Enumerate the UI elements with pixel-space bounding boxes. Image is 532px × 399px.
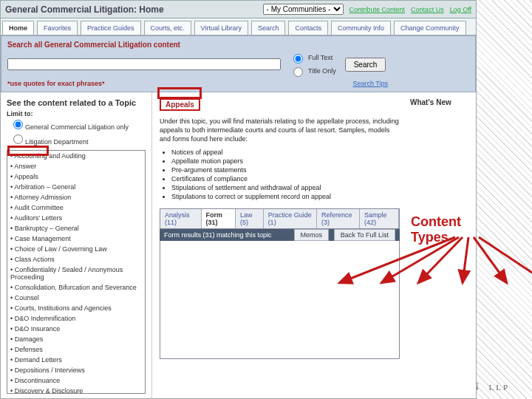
topic-item[interactable]: • Bankruptcy – General <box>7 223 145 233</box>
bullet-item: Certificates of compliance <box>171 174 400 183</box>
title-bar: General Commercial Litigation: Home - My… <box>1 1 476 18</box>
tab-home[interactable]: Home <box>2 21 34 35</box>
topic-bullets: Notices of appealAppellate motion papers… <box>160 148 400 201</box>
topic-item[interactable]: • Arbitration – General <box>7 182 145 192</box>
topic-item[interactable]: • Answer <box>7 161 145 171</box>
search-tips-link[interactable]: Search Tips <box>352 80 388 87</box>
limit-opt-1[interactable]: General Commercial Litigation only <box>10 117 129 131</box>
tab-practice-guides[interactable]: Practice Guides <box>81 21 141 35</box>
search-input[interactable] <box>7 58 281 70</box>
topic-item[interactable]: • Choice of Law / Governing Law <box>7 244 145 254</box>
bullet-item: Stipulations of settlement and withdrawa… <box>171 183 400 192</box>
topic-item[interactable]: • D&O Indemnification <box>7 313 145 324</box>
content-type-tab[interactable]: Analysis (11) <box>160 209 202 228</box>
content-type-tab[interactable]: Practice Guide (1) <box>264 209 317 228</box>
search-title: Search all General Commercial Litigation… <box>7 41 469 49</box>
radio-titleonly[interactable]: Title Only <box>290 65 336 77</box>
topic-item[interactable]: • Appeals <box>7 171 145 182</box>
topic-item[interactable]: • Auditors' Letters <box>7 213 145 223</box>
topic-item[interactable]: • Discontinuance <box>7 375 145 386</box>
topic-item[interactable]: • Confidentiality / Sealed / Anonymous P… <box>7 265 145 282</box>
memos-button[interactable]: Memos <box>294 229 330 241</box>
topic-item[interactable]: • Consolidation, Bifurcation and Severan… <box>7 282 145 293</box>
bullet-item: Notices of appeal <box>171 148 400 157</box>
logoff-link[interactable]: Log Off <box>450 6 471 13</box>
limit-block: Limit to: General Commercial Litigation … <box>7 110 147 146</box>
topic-item[interactable]: • Defenses <box>7 344 145 355</box>
limit-opt-2[interactable]: Litigation Department <box>10 132 129 146</box>
main-tabs: Home Favorites Practice Guides Courts, e… <box>1 18 476 35</box>
topic-item[interactable]: • Damages <box>7 334 145 344</box>
community-select[interactable]: - My Communities - <box>263 4 344 15</box>
topic-item[interactable]: • Attorney Admission <box>7 192 145 202</box>
bullet-item: Pre-argument statements <box>171 166 400 174</box>
topic-item[interactable]: • Counsel <box>7 293 145 303</box>
topic-item[interactable]: • Case Management <box>7 233 145 244</box>
tab-community-info[interactable]: Community Info <box>331 21 391 35</box>
search-button[interactable]: Search <box>345 58 386 72</box>
tab-courts[interactable]: Courts, etc. <box>144 21 191 35</box>
content-type-tab[interactable]: Form (31) <box>202 209 236 228</box>
bullet-item: Appellate motion papers <box>171 157 400 166</box>
radio-fulltext[interactable]: Full Text <box>290 52 336 64</box>
tab-search[interactable]: Search <box>251 21 286 35</box>
content-type-tab[interactable]: Law (5) <box>236 209 264 228</box>
page-title: General Commercial Litigation: Home <box>5 4 164 15</box>
results-pane[interactable] <box>160 241 400 359</box>
topic-item[interactable]: • Class Actions <box>7 254 145 265</box>
results-toolbar: Form results (31) matching this topic Me… <box>160 229 400 241</box>
tab-contacts[interactable]: Contacts <box>288 21 328 35</box>
contribute-link[interactable]: Contribute Content <box>349 6 406 13</box>
back-to-full-list-button[interactable]: Back To Full List <box>334 229 395 241</box>
topic-item[interactable]: • D&O Insurance <box>7 324 145 334</box>
whats-new-heading: What's New <box>410 98 471 106</box>
topic-heading: Appeals <box>160 98 200 111</box>
topic-item[interactable]: • Demand Letters <box>7 355 145 365</box>
topic-item[interactable]: • Courts, Institutions and Agencies <box>7 303 145 313</box>
contact-link[interactable]: Contact Us <box>411 6 444 13</box>
bullet-item: Stipulations to correct or supplement re… <box>171 192 400 201</box>
content-type-tab[interactable]: Sample (42) <box>360 209 399 228</box>
tab-change-community[interactable]: Change Community <box>394 21 466 35</box>
topic-item[interactable]: • Audit Committee <box>7 202 145 213</box>
results-caption: Form results (31) matching this topic <box>164 231 272 239</box>
topic-listbox[interactable]: • Accounting and Auditing• Answer• Appea… <box>7 150 146 394</box>
topic-item[interactable]: • Discovery & Disclosure <box>7 386 145 394</box>
search-hint: *use quotes for exact phrases* <box>7 80 105 87</box>
topic-item[interactable]: • Depositions / Interviews <box>7 365 145 375</box>
topic-description: Under this topic, you will find material… <box>160 117 400 143</box>
content-type-tabs: Analysis (11)Form (31)Law (5)Practice Gu… <box>160 208 400 229</box>
tab-favorites[interactable]: Favorites <box>37 21 78 35</box>
content-type-tab[interactable]: Reference (3) <box>317 209 360 228</box>
left-heading: See the content related to a Topic <box>7 98 147 107</box>
tab-virtual-library[interactable]: Virtual Library <box>194 21 248 35</box>
search-panel: Search all General Commercial Litigation… <box>1 35 476 92</box>
topic-item[interactable]: • Accounting and Auditing <box>7 151 145 161</box>
